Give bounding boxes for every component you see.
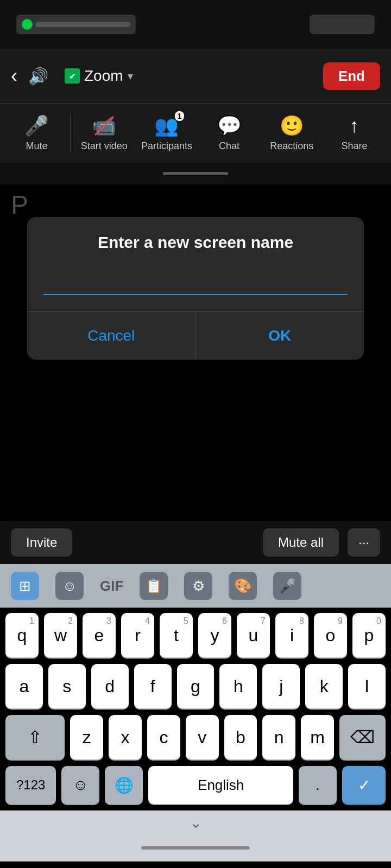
participants-icon: 👥 1	[154, 114, 179, 137]
key-g[interactable]: g	[177, 664, 215, 709]
shift-key[interactable]: ⇧	[5, 715, 65, 760]
backspace-key[interactable]: ⌫	[339, 715, 386, 760]
zoom-text: Zoom	[84, 67, 123, 85]
key-l[interactable]: l	[348, 664, 386, 709]
status-bar	[0, 0, 391, 49]
key-n[interactable]: n	[262, 715, 295, 760]
key-o[interactable]: o9	[314, 613, 347, 658]
chat-label: Chat	[219, 141, 239, 152]
status-dot	[22, 19, 33, 30]
mute-button[interactable]: 🎤 Mute	[5, 114, 68, 152]
video-cross	[94, 116, 114, 136]
key-m[interactable]: m	[301, 715, 334, 760]
key-a[interactable]: a	[5, 664, 43, 709]
end-button[interactable]: End	[323, 62, 380, 90]
volume-icon[interactable]: 🔊	[28, 67, 48, 86]
key-h[interactable]: h	[219, 664, 257, 709]
kb-mic-icon[interactable]: 🎤	[273, 572, 301, 600]
key-j[interactable]: j	[262, 664, 300, 709]
kb-grid-icon[interactable]: ⊞	[11, 572, 39, 600]
mute-icon: 🎤	[24, 114, 49, 137]
dialog-title-area: Enter a new screen name	[27, 217, 364, 257]
mute-all-button[interactable]: Mute all	[263, 528, 339, 557]
chat-button[interactable]: 💬 Chat	[198, 114, 261, 152]
handle-bar	[163, 172, 228, 175]
home-bar	[141, 846, 250, 850]
kb-gear-icon[interactable]: ⚙	[184, 572, 212, 600]
zoom-chevron-icon[interactable]: ▾	[128, 69, 133, 82]
key-t[interactable]: t5	[160, 613, 193, 658]
shield-check: ✔	[69, 71, 76, 81]
icons-bar: 🎤 Mute 📹 Start video 👥 1 Participants 💬 …	[0, 103, 391, 163]
key-r[interactable]: r4	[121, 613, 154, 658]
key-f[interactable]: f	[134, 664, 172, 709]
key-q[interactable]: q1	[5, 613, 39, 658]
cancel-button[interactable]: Cancel	[27, 312, 196, 360]
bottom-bar: Invite Mute all ···	[0, 521, 391, 564]
kb-sticker-icon[interactable]: ☺	[55, 572, 84, 600]
period-key[interactable]: .	[299, 766, 337, 804]
share-label: Share	[341, 141, 367, 152]
key-u[interactable]: u7	[237, 613, 270, 658]
reactions-label: Reactions	[270, 141, 313, 152]
key-d[interactable]: d	[91, 664, 129, 709]
mute-label: Mute	[26, 141, 48, 152]
status-bar-right	[310, 15, 375, 34]
key-y[interactable]: y6	[198, 613, 231, 658]
home-indicator	[0, 834, 391, 861]
start-video-button[interactable]: 📹 Start video	[73, 114, 135, 152]
chevron-down-icon[interactable]: ⌄	[190, 814, 202, 832]
reactions-button[interactable]: 🙂 Reactions	[261, 114, 323, 152]
video-icon: 📹	[92, 114, 116, 137]
dialog-overlay: Enter a new screen name Cancel OK	[0, 184, 391, 521]
key-v[interactable]: v	[186, 715, 219, 760]
globe-key[interactable]: 🌐	[105, 766, 143, 804]
zoom-toolbar: ‹ 🔊 ✔ Zoom ▾ End	[0, 49, 391, 103]
key-e[interactable]: e3	[83, 613, 116, 658]
reactions-icon: 🙂	[280, 114, 304, 137]
back-button[interactable]: ‹	[11, 65, 17, 87]
kb-palette-icon[interactable]: 🎨	[229, 572, 257, 600]
keyboard-rows: q1 w2 e3 r4 t5 y6 u7 i8 o9 p0 a s d f g …	[0, 608, 391, 760]
icon-divider	[70, 114, 71, 152]
number-switch-key[interactable]: ?123	[5, 766, 56, 804]
key-b[interactable]: b	[224, 715, 257, 760]
rename-dialog: Enter a new screen name Cancel OK	[27, 217, 364, 360]
chat-icon: 💬	[217, 114, 242, 137]
keyboard-bottom-row: ?123 ☺ 🌐 English . ✓	[0, 760, 391, 810]
share-button[interactable]: ↑ Share	[323, 114, 386, 152]
keyboard-row-3: ⇧ z x c v b n m ⌫	[5, 715, 386, 760]
emoji-key[interactable]: ☺	[61, 766, 99, 804]
keyboard-row-1: q1 w2 e3 r4 t5 y6 u7 i8 o9 p0	[5, 613, 386, 658]
key-i[interactable]: i8	[275, 613, 308, 658]
key-p[interactable]: p0	[352, 613, 386, 658]
share-icon: ↑	[349, 114, 359, 137]
key-z[interactable]: z	[70, 715, 103, 760]
status-bar-left	[16, 15, 136, 34]
keyboard-row-2: a s d f g h j k l	[5, 664, 386, 709]
done-key[interactable]: ✓	[342, 766, 386, 804]
status-text-blur	[36, 22, 130, 27]
start-video-label: Start video	[81, 141, 128, 152]
screen-name-input[interactable]	[43, 268, 348, 295]
kb-gif-button[interactable]: GIF	[100, 578, 123, 595]
ok-button[interactable]: OK	[196, 312, 364, 360]
key-s[interactable]: s	[48, 664, 86, 709]
more-button[interactable]: ···	[348, 528, 380, 557]
key-k[interactable]: k	[305, 664, 343, 709]
zoom-shield-icon: ✔	[65, 68, 80, 84]
chevron-down-row: ⌄	[0, 810, 391, 834]
participants-label: Participants	[141, 141, 192, 152]
key-w[interactable]: w2	[44, 613, 77, 658]
space-key[interactable]: English	[148, 766, 293, 804]
key-x[interactable]: x	[109, 715, 142, 760]
dialog-input-area	[27, 257, 364, 311]
participants-badge: 1	[175, 111, 185, 121]
zoom-label: ✔ Zoom ▾	[65, 67, 133, 85]
bg-content: P Enter a new screen name Cancel OK	[0, 184, 391, 521]
dialog-buttons: Cancel OK	[27, 311, 364, 360]
invite-button[interactable]: Invite	[11, 528, 72, 557]
participants-button[interactable]: 👥 1 Participants	[135, 114, 198, 152]
key-c[interactable]: c	[147, 715, 180, 760]
kb-clipboard-icon[interactable]: 📋	[140, 572, 168, 600]
